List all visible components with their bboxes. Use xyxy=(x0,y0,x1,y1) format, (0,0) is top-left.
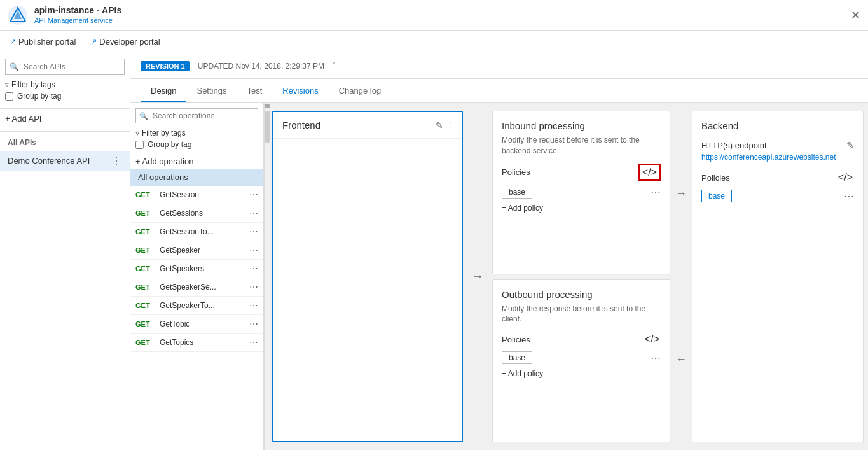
ops-groupby-checkbox[interactable] xyxy=(135,141,144,149)
op-context-dots[interactable]: ⋯ xyxy=(249,319,258,329)
op-context-dots[interactable]: ⋯ xyxy=(249,245,258,255)
operation-item-getsession[interactable]: GET GetSession ⋯ xyxy=(130,186,263,204)
edit-icon[interactable]: ✎ xyxy=(436,120,443,130)
external-link-icon: ↗ xyxy=(10,38,16,46)
inbound-description: Modify the request before it is sent to … xyxy=(502,135,661,157)
operations-panel-wrapper: 🔍 ▿ Filter by tags Group by tag + Add op… xyxy=(130,103,264,450)
op-method: GET xyxy=(135,228,156,236)
ops-groupby: Group by tag xyxy=(135,140,258,149)
op-context-dots[interactable]: ⋯ xyxy=(249,337,258,348)
all-apis-label: All APIs xyxy=(0,134,130,151)
ops-filter-icon: ▿ xyxy=(135,129,139,137)
ops-groupby-label: Group by tag xyxy=(148,140,191,149)
backend-endpoint-label: HTTP(s) endpoint xyxy=(701,141,767,150)
operation-item-getspeakerse[interactable]: GET GetSpeakerSe... ⋯ xyxy=(130,278,263,297)
sidebar-search-container: 🔍 xyxy=(5,59,125,75)
tab-test[interactable]: Test xyxy=(237,81,272,102)
tabs-bar: Design Settings Test Revisions Change lo… xyxy=(130,79,868,103)
op-name: GetSessionTo... xyxy=(160,227,245,236)
operation-item-gettopics[interactable]: GET GetTopics ⋯ xyxy=(130,334,263,352)
middle-arrows: → ← xyxy=(675,111,687,442)
top-nav: ↗ Publisher portal ↗ Developer portal xyxy=(0,31,868,53)
op-context-dots[interactable]: ⋯ xyxy=(249,190,258,200)
chevron-down-icon[interactable]: ˅ xyxy=(448,120,453,130)
operation-item-getspeaker[interactable]: GET GetSpeaker ⋯ xyxy=(130,241,263,260)
external-link-icon-2: ↗ xyxy=(91,38,97,46)
inbound-policies-code-button[interactable]: </> xyxy=(638,164,661,181)
outbound-policies-code-button[interactable]: </> xyxy=(644,332,661,346)
frontend-title: Frontend xyxy=(282,120,320,130)
operation-item-getsessionto[interactable]: GET GetSessionTo... ⋯ xyxy=(130,223,263,241)
tab-changelog[interactable]: Change log xyxy=(329,81,392,102)
groupby-checkbox[interactable] xyxy=(5,92,13,101)
operations-panel: 🔍 ▿ Filter by tags Group by tag + Add op… xyxy=(130,103,264,450)
publisher-portal-link[interactable]: ↗ Publisher portal xyxy=(10,37,76,46)
inbound-add-policy-button[interactable]: + Add policy xyxy=(502,204,543,213)
search-icon: 🔍 xyxy=(10,62,19,71)
tab-settings[interactable]: Settings xyxy=(186,81,237,102)
op-method: GET xyxy=(135,283,156,291)
operation-item-gettopic[interactable]: GET GetTopic ⋯ xyxy=(130,315,263,334)
sidebar-item-demo-conference-api[interactable]: Demo Conference API ⋮ xyxy=(0,151,130,171)
backend-base-dots[interactable]: ⋯ xyxy=(844,190,854,202)
revision-badge: REVISION 1 xyxy=(141,61,190,71)
outbound-add-policy-button[interactable]: + Add policy xyxy=(502,369,543,378)
all-operations-label: All operations xyxy=(130,169,263,186)
inbound-base-tag: base xyxy=(502,186,532,199)
revision-updated: UPDATED Nov 14, 2018, 2:29:37 PM xyxy=(198,62,324,71)
backend-edit-icon[interactable]: ✎ xyxy=(846,140,854,150)
outbound-policies-label: Policies xyxy=(502,335,530,344)
backend-policies-code-button[interactable]: </> xyxy=(837,171,854,185)
ops-search-container: 🔍 xyxy=(135,108,258,123)
inbound-processing-panel: Inbound processing Modify the request be… xyxy=(492,111,670,274)
title-text: apim-instance - APIs API Management serv… xyxy=(34,5,121,25)
op-method: GET xyxy=(135,339,156,346)
backend-url: https://conferenceapi.azurewebsites.net xyxy=(701,153,854,162)
op-method: GET xyxy=(135,320,156,328)
panels-container: 🔍 ▿ Filter by tags Group by tag + Add op… xyxy=(130,103,868,450)
developer-portal-link[interactable]: ↗ Developer portal xyxy=(91,37,160,46)
revision-chevron-icon[interactable]: ˅ xyxy=(332,62,336,71)
page-title: apim-instance - APIs xyxy=(34,5,121,15)
backend-policies-label: Policies xyxy=(701,173,730,183)
frontend-header: Frontend ✎ ˅ xyxy=(273,112,462,139)
groupby-label: Group by tag xyxy=(17,92,61,101)
tab-design[interactable]: Design xyxy=(141,81,186,102)
outbound-processing-panel: Outbound processing Modify the response … xyxy=(492,279,670,443)
outbound-base-dots[interactable]: ⋯ xyxy=(651,352,661,364)
outbound-base-tag: base xyxy=(502,351,532,364)
close-button[interactable]: ✕ xyxy=(851,8,860,22)
search-operations-input[interactable] xyxy=(135,108,258,123)
operation-item-getspeakerto[interactable]: GET GetSpeakerTo... ⋯ xyxy=(130,297,263,315)
api-context-menu-dots[interactable]: ⋮ xyxy=(111,155,122,167)
page-subtitle: API Management service xyxy=(34,17,113,24)
inbound-base-dots[interactable]: ⋯ xyxy=(651,186,661,198)
op-context-dots[interactable]: ⋯ xyxy=(249,282,258,292)
title-bar-left: apim-instance - APIs API Management serv… xyxy=(8,5,121,25)
op-method: GET xyxy=(135,209,156,217)
backend-policy-base-row: base ⋯ xyxy=(701,190,854,202)
add-api-button[interactable]: + Add API xyxy=(5,114,125,123)
op-context-dots[interactable]: ⋯ xyxy=(249,264,258,274)
op-context-dots[interactable]: ⋯ xyxy=(249,227,258,237)
ops-filter[interactable]: ▿ Filter by tags xyxy=(135,129,258,137)
outbound-title: Outbound processing xyxy=(502,289,661,300)
backend-panel: Backend HTTP(s) endpoint ✎ https://confe… xyxy=(692,111,864,442)
operation-item-getsessions[interactable]: GET GetSessions ⋯ xyxy=(130,204,263,223)
tab-revisions[interactable]: Revisions xyxy=(272,81,328,102)
op-method: GET xyxy=(135,302,156,309)
arrow-left-outbound: ← xyxy=(675,353,687,366)
sidebar-filter[interactable]: ▿ Filter by tags xyxy=(5,80,125,89)
op-name: GetSessions xyxy=(160,209,245,218)
backend-endpoint-row: HTTP(s) endpoint ✎ xyxy=(701,140,854,150)
operation-item-getspeakers[interactable]: GET GetSpeakers ⋯ xyxy=(130,260,263,278)
op-context-dots[interactable]: ⋯ xyxy=(249,208,258,218)
arrow-right-icon: → xyxy=(472,270,483,283)
op-context-dots[interactable]: ⋯ xyxy=(249,300,258,311)
main-layout: 🔍 ▿ Filter by tags Group by tag + Add AP… xyxy=(0,53,868,450)
search-apis-input[interactable] xyxy=(5,59,125,75)
add-operation-button[interactable]: + Add operation xyxy=(135,157,258,166)
op-name: GetSpeaker xyxy=(160,246,245,255)
op-name: GetSpeakerSe... xyxy=(160,283,245,292)
inbound-policies-row: Policies </> xyxy=(502,164,661,181)
